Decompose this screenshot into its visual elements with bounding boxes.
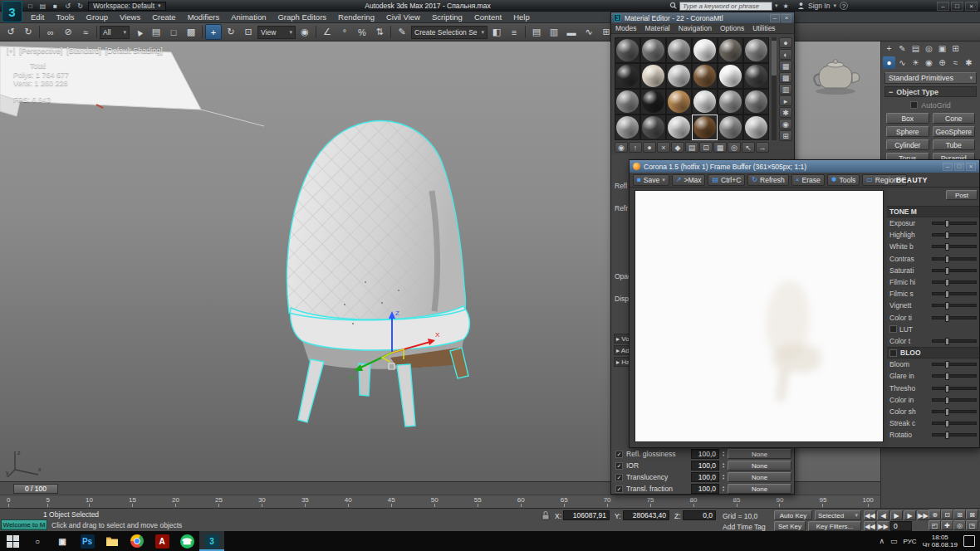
hierarchy-tab-icon[interactable]: ▤ (909, 42, 922, 55)
object-button-cone[interactable]: Cone (933, 113, 976, 124)
post-tab[interactable]: Post (946, 190, 978, 200)
setting-slider[interactable] (932, 292, 977, 295)
setting-slider[interactable] (932, 280, 977, 284)
ruler-tick[interactable]: 65 (561, 495, 568, 507)
put-to-library-icon[interactable]: ▤ (685, 142, 698, 153)
ruler-tick[interactable]: 95 (820, 495, 827, 507)
slider-thumb[interactable] (945, 397, 949, 404)
ruler-tick[interactable]: 15 (129, 495, 136, 507)
action-center-icon[interactable] (963, 535, 975, 547)
use-pivot-center-icon[interactable]: ◉ (296, 24, 313, 40)
add-time-tag[interactable]: Add Time Tag (723, 523, 766, 531)
layer-manager-icon[interactable]: ▥ (546, 24, 562, 40)
setting-slider[interactable] (932, 222, 977, 225)
vfb-section-header[interactable]: TONE M (887, 206, 979, 217)
slider-thumb[interactable] (945, 315, 949, 322)
slider-thumb[interactable] (945, 408, 949, 416)
ruler-tick[interactable]: 70 (604, 495, 611, 507)
ruler-tick[interactable]: 0 (7, 495, 10, 507)
setting-slider[interactable] (932, 245, 977, 248)
time-slider-handle[interactable]: 0 / 100 (13, 484, 58, 494)
viewport-menu-plus[interactable]: [+] (7, 46, 15, 55)
object-button-box[interactable]: Box (886, 113, 929, 124)
mirror-icon[interactable]: ◧ (488, 24, 505, 40)
menu-item-edit[interactable]: Edit (25, 12, 50, 22)
primitives-dropdown[interactable]: Standard Primitives ▾ (884, 72, 977, 84)
undo-icon[interactable]: ↺ (2, 24, 19, 40)
photoshop-icon[interactable]: Ps (75, 531, 100, 551)
make-unique-icon[interactable]: ◆ (671, 142, 684, 153)
y-coord-field[interactable]: 280643,40 (623, 510, 669, 520)
select-and-link-icon[interactable]: ∞ (42, 24, 59, 40)
systems-category-icon[interactable]: ✱ (963, 56, 975, 69)
object-button-geosphere[interactable]: GeoSphere (933, 126, 976, 137)
favorites-star-icon[interactable]: ★ (781, 2, 791, 11)
ruler-tick[interactable]: 55 (474, 495, 482, 507)
pan-icon[interactable]: ✚ (941, 520, 953, 530)
maximize-button[interactable]: □ (954, 163, 964, 171)
move-gizmo[interactable]: X Y Z (342, 307, 442, 398)
welcome-button[interactable]: Welcome to M (1, 519, 47, 530)
menu-item-help[interactable]: Help (507, 12, 536, 22)
me-menu-navigation[interactable]: Navigation (674, 23, 716, 33)
material-slot[interactable] (666, 89, 692, 115)
slider-thumb[interactable] (945, 279, 949, 286)
zoom-icon[interactable]: ⊕ (929, 510, 941, 519)
vfb-section-header[interactable]: BLOO (887, 347, 979, 358)
spinner-snap-icon[interactable]: ⇅ (371, 24, 388, 40)
select-object-icon[interactable]: ▲ (127, 21, 149, 43)
param-checkbox[interactable]: ✓ (615, 474, 623, 481)
object-button-cylinder[interactable]: Cylinder (886, 139, 929, 150)
named-selection-dropdown[interactable]: Create Selection Se▾ (411, 26, 488, 39)
video-color-check-icon[interactable]: ▥ (779, 84, 792, 95)
zoom-extents-all-icon[interactable]: ⊠ (966, 510, 978, 519)
search-scope-dropdown[interactable]: ▾ (775, 2, 778, 9)
vfb-button-save[interactable]: ■Save▾ (633, 174, 669, 186)
redo-icon[interactable]: ↻ (20, 24, 37, 40)
slider-thumb[interactable] (945, 302, 949, 310)
setting-slider[interactable] (932, 269, 977, 272)
slider-thumb[interactable] (945, 432, 949, 439)
param-value-field[interactable]: 100,0 (691, 484, 719, 494)
play-button[interactable]: ▶ (890, 510, 903, 520)
whatsapp-icon[interactable]: ☎ (174, 531, 199, 551)
selection-set-dropdown[interactable]: Selected▾ (815, 510, 861, 520)
setting-slider[interactable] (932, 422, 977, 425)
slider-thumb[interactable] (945, 290, 949, 298)
align-icon[interactable]: ≡ (506, 24, 522, 40)
ruler-tick[interactable]: 20 (172, 495, 179, 507)
material-slot[interactable] (640, 63, 666, 89)
material-slot[interactable] (666, 115, 692, 140)
ruler-tick[interactable]: 10 (86, 495, 93, 507)
minimize-button[interactable]: – (770, 14, 780, 22)
backlight-icon[interactable]: ◐ (779, 49, 792, 60)
slider-thumb[interactable] (945, 243, 949, 251)
track-bar[interactable]: 0510152025303540455055606570758085909510… (0, 495, 880, 508)
teapot-object[interactable] (810, 51, 865, 96)
material-slot[interactable] (666, 63, 692, 89)
menu-item-modifiers[interactable]: Modifiers (182, 12, 226, 22)
create-tab-icon[interactable]: + (883, 42, 895, 55)
slider-thumb[interactable] (945, 385, 949, 393)
ruler-tick[interactable]: 5 (47, 495, 50, 507)
slider-thumb[interactable] (945, 256, 949, 263)
reset-map-icon[interactable]: × (657, 142, 670, 153)
material-slot[interactable] (692, 89, 718, 115)
transform-lock-icon[interactable] (541, 511, 550, 522)
reference-coordinate-dropdown[interactable]: View▾ (257, 26, 296, 39)
param-value-field[interactable]: 100,0 (691, 449, 719, 459)
x-coord-field[interactable]: 106087,91 (563, 510, 610, 520)
vfb-button-tools[interactable]: ✱Tools (827, 174, 860, 186)
vfb-button-max[interactable]: ↗>Max (672, 174, 706, 186)
ruler-tick[interactable]: 30 (258, 495, 266, 507)
object-button-tube[interactable]: Tube (933, 139, 976, 150)
setting-slider[interactable] (932, 410, 977, 413)
render-image[interactable] (635, 190, 884, 442)
z-coord-field[interactable]: 0,0 (683, 510, 716, 520)
ruler-tick[interactable]: 50 (431, 495, 439, 507)
tray-expand-icon[interactable]: ∧ (880, 537, 885, 545)
setting-slider[interactable] (932, 339, 977, 343)
lights-category-icon[interactable]: ☀ (909, 56, 922, 69)
ruler-tick[interactable]: 60 (517, 495, 525, 507)
menu-item-scripting[interactable]: Scripting (426, 12, 468, 22)
